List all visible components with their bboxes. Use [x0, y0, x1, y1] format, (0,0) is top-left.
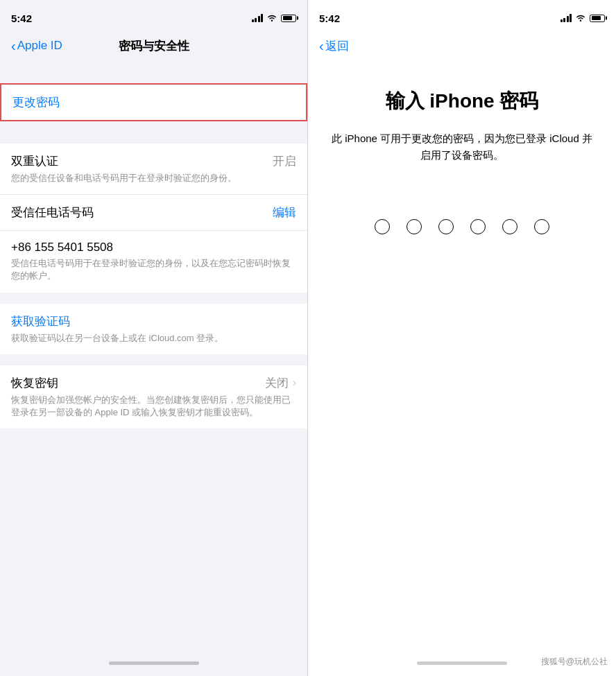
- left-back-chevron-icon: ‹: [11, 39, 16, 53]
- right-back-chevron-icon: ‹: [319, 39, 324, 53]
- trusted-phone-row: 受信任电话号码 编辑: [11, 205, 296, 220]
- two-factor-header-item: 双重认证 开启 您的受信任设备和电话号码用于在登录时验证您的身份。: [0, 144, 307, 195]
- recovery-key-chevron-icon: ›: [293, 376, 296, 389]
- change-password-section: 更改密码: [0, 83, 307, 121]
- change-password-item[interactable]: 更改密码: [1, 85, 306, 120]
- left-nav-bar: ‹ Apple ID 密码与安全性: [0, 31, 307, 61]
- phone-desc: 受信任电话号码用于在登录时验证您的身份，以及在您忘记密码时恢复您的帐户。: [11, 257, 296, 282]
- recovery-key-label: 恢复密钥: [11, 375, 58, 391]
- right-battery-icon: [590, 15, 605, 22]
- left-back-label: Apple ID: [17, 39, 62, 53]
- right-wifi-icon: [575, 13, 586, 24]
- right-home-indicator: [417, 661, 507, 665]
- left-panel: 5:42 ‹ Apple ID 密码与安全性 更: [0, 0, 308, 676]
- right-status-time: 5:42: [319, 12, 340, 24]
- left-bottom-bar: [0, 661, 307, 676]
- phone-number: +86 155 5401 5508: [11, 241, 296, 254]
- left-back-button[interactable]: ‹ Apple ID: [11, 39, 62, 53]
- left-status-icons: [252, 13, 297, 24]
- right-status-bar: 5:42: [308, 0, 616, 31]
- two-factor-section: 双重认证 开启 您的受信任设备和电话号码用于在登录时验证您的身份。 受信任电话号…: [0, 144, 307, 293]
- spacer-2: [0, 132, 307, 144]
- two-factor-row: 双重认证 开启: [11, 153, 296, 169]
- right-signal-icon: [561, 14, 572, 22]
- left-home-indicator: [109, 661, 199, 665]
- right-back-label: 返回: [325, 38, 349, 54]
- left-content: 更改密码 双重认证 开启 您的受信任设备和电话号码用于在登录时验证您的身份。 受…: [0, 61, 307, 661]
- recovery-key-right: 关闭 ›: [265, 375, 296, 391]
- wifi-icon: [266, 13, 277, 24]
- right-panel: 5:42 ‹ 返回 输入 iPhone 密码 此 iPhone 可用于更改您的密…: [308, 0, 616, 676]
- trusted-phone-action[interactable]: 编辑: [273, 205, 296, 220]
- right-title: 输入 iPhone 密码: [386, 89, 539, 114]
- watermark: 搜狐号@玩机公社: [541, 656, 608, 668]
- recovery-key-value: 关闭: [265, 375, 289, 391]
- get-code-desc: 获取验证码以在另一台设备上或在 iCloud.com 登录。: [11, 332, 296, 345]
- phone-number-item: +86 155 5401 5508 受信任电话号码用于在登录时验证您的身份，以及…: [0, 231, 307, 292]
- passcode-dot-5: [502, 219, 517, 234]
- passcode-dot-3: [438, 219, 454, 234]
- change-password-label: 更改密码: [12, 96, 60, 109]
- right-nav-bar: ‹ 返回: [308, 31, 616, 61]
- spacer-3: [0, 293, 307, 304]
- two-factor-value: 开启: [273, 153, 296, 169]
- battery-icon: [281, 15, 296, 22]
- right-status-icons: [561, 13, 606, 24]
- spacer-5: [0, 428, 307, 440]
- passcode-dot-6: [534, 219, 549, 234]
- passcode-dot-1: [375, 219, 390, 234]
- recovery-key-section: 恢复密钥 关闭 › 恢复密钥会加强您帐户的安全性。当您创建恢复密钥后，您只能使用…: [0, 365, 307, 428]
- recovery-key-row: 恢复密钥 关闭 ›: [11, 375, 296, 391]
- passcode-dot-2: [407, 219, 422, 234]
- two-factor-label: 双重认证: [11, 153, 58, 169]
- right-content: 输入 iPhone 密码 此 iPhone 可用于更改您的密码，因为您已登录 i…: [308, 61, 616, 661]
- passcode-dot-4: [470, 219, 486, 234]
- right-desc: 此 iPhone 可用于更改您的密码，因为您已登录 iCloud 并启用了设备密…: [330, 130, 594, 164]
- recovery-key-item[interactable]: 恢复密钥 关闭 › 恢复密钥会加强您帐户的安全性。当您创建恢复密钥后，您只能使用…: [0, 365, 307, 428]
- right-back-button[interactable]: ‹ 返回: [319, 38, 349, 54]
- trusted-phone-item[interactable]: 受信任电话号码 编辑: [0, 195, 307, 231]
- spacer-1: [0, 61, 307, 72]
- get-code-label: 获取验证码: [11, 313, 296, 329]
- get-code-section: 获取验证码 获取验证码以在另一台设备上或在 iCloud.com 登录。: [0, 304, 307, 354]
- two-factor-desc: 您的受信任设备和电话号码用于在登录时验证您的身份。: [11, 172, 296, 184]
- recovery-key-desc: 恢复密钥会加强您帐户的安全性。当您创建恢复密钥后，您只能使用已登录在另一部设备的…: [11, 394, 296, 419]
- get-code-item[interactable]: 获取验证码 获取验证码以在另一台设备上或在 iCloud.com 登录。: [0, 304, 307, 354]
- left-status-time: 5:42: [11, 12, 32, 24]
- spacer-4: [0, 354, 307, 365]
- passcode-input[interactable]: [375, 219, 549, 234]
- left-status-bar: 5:42: [0, 0, 307, 31]
- trusted-phone-label: 受信任电话号码: [11, 205, 94, 220]
- signal-icon: [252, 14, 264, 22]
- left-nav-title: 密码与安全性: [119, 38, 189, 54]
